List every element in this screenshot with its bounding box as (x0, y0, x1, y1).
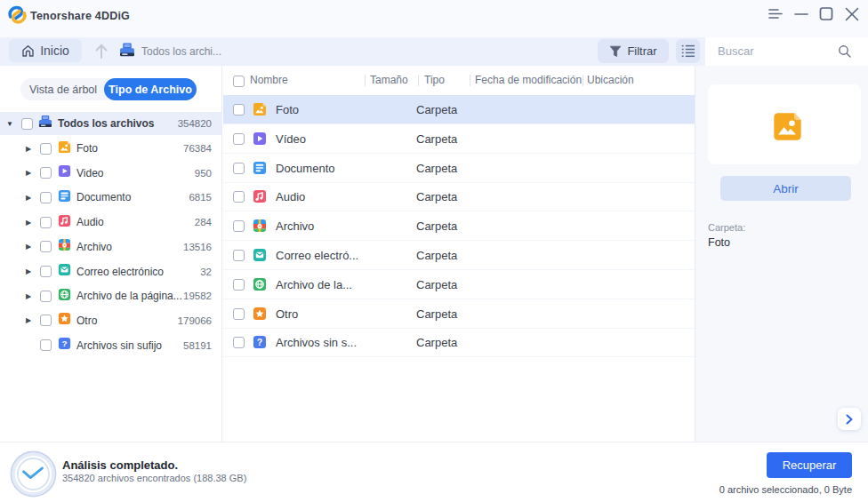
svg-text:?: ? (61, 339, 67, 348)
svg-text:?: ? (257, 337, 262, 347)
